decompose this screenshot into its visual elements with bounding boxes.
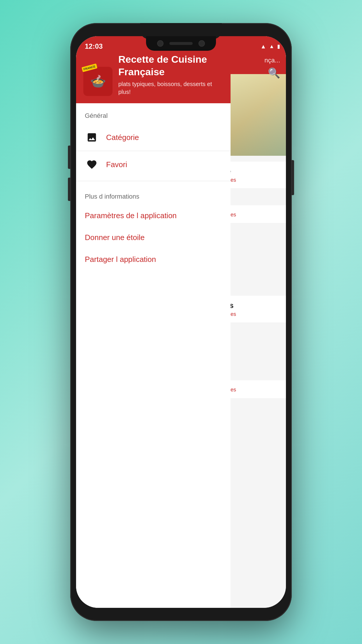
navigation-drawer: 12:03 FRANCE 🍲 Recette de Cuisine França… bbox=[76, 36, 231, 608]
signal-icon: ▲ bbox=[260, 43, 266, 50]
power-button[interactable] bbox=[292, 160, 294, 195]
language-label[interactable]: nça... bbox=[264, 57, 280, 64]
card-3-title: ds bbox=[225, 301, 280, 310]
notch bbox=[146, 36, 216, 51]
drawer-more-title-wrapper: Plus d informations bbox=[76, 187, 231, 205]
card-3-sub: ettes bbox=[225, 311, 280, 317]
drawer-item-parametres[interactable]: Paramètres de l application bbox=[76, 205, 231, 227]
search-icon-header[interactable]: 🔍 bbox=[268, 67, 280, 79]
drawer-section-more: Plus d informations Paramètres de l appl… bbox=[76, 181, 231, 273]
categorie-label: Catégorie bbox=[106, 133, 139, 142]
drawer-more-title: Plus d informations bbox=[85, 193, 139, 200]
volume-down-button[interactable] bbox=[68, 178, 70, 201]
drawer-logo: FRANCE 🍲 bbox=[83, 67, 113, 96]
drawer-item-categorie[interactable]: Catégorie bbox=[76, 124, 231, 151]
phone-device: ▲ ▲ ▮ nça... 🔍 le ettes ettes ds ettes bbox=[70, 23, 292, 621]
card-1-sub: ettes bbox=[225, 177, 280, 183]
camera bbox=[157, 40, 164, 47]
images-icon bbox=[86, 132, 97, 143]
header-actions-right: nça... 🔍 bbox=[264, 57, 280, 79]
drawer-general-title: Général bbox=[76, 112, 231, 120]
drawer-app-title: Recette de Cuisine Française bbox=[118, 53, 223, 78]
drawer-logo-badge: FRANCE bbox=[82, 64, 97, 72]
card-1-title: le bbox=[225, 167, 280, 176]
network-icon: ▲ bbox=[269, 43, 274, 50]
etoile-label: Donner une étoile bbox=[85, 233, 145, 242]
volume-up-button[interactable] bbox=[68, 146, 70, 169]
card-4-sub: ettes bbox=[225, 387, 280, 393]
favori-label: Favori bbox=[106, 160, 127, 169]
camera-2 bbox=[198, 40, 205, 47]
drawer-item-etoile[interactable]: Donner une étoile bbox=[76, 227, 231, 249]
drawer-item-partager[interactable]: Partager l application bbox=[76, 249, 231, 270]
card-2-sub: ettes bbox=[225, 212, 280, 218]
favori-icon bbox=[85, 158, 99, 172]
battery-icon: ▮ bbox=[277, 43, 280, 50]
status-time: 12:03 bbox=[85, 42, 103, 50]
drawer-logo-icon: 🍲 bbox=[90, 74, 106, 89]
partager-label: Partager l application bbox=[85, 255, 156, 264]
drawer-item-favori[interactable]: Favori bbox=[76, 151, 231, 178]
speaker bbox=[169, 42, 193, 45]
heart-icon bbox=[86, 159, 97, 170]
parametres-label: Paramètres de l application bbox=[85, 211, 177, 220]
drawer-section-general: Général Catégorie bbox=[76, 103, 231, 181]
drawer-header-text: Recette de Cuisine Française plats typiq… bbox=[118, 53, 223, 96]
drawer-body[interactable]: Général Catégorie bbox=[76, 103, 231, 608]
drawer-app-subtitle: plats typiques, boissons, desserts et pl… bbox=[118, 80, 223, 96]
phone-screen: ▲ ▲ ▮ nça... 🔍 le ettes ettes ds ettes bbox=[76, 36, 286, 608]
categorie-icon bbox=[85, 130, 99, 144]
